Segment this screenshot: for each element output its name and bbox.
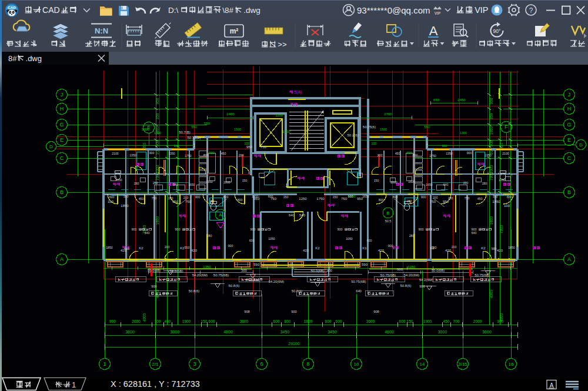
svg-text:550: 550 <box>432 246 437 249</box>
svg-text:CAD: CAD <box>8 5 16 9</box>
svg-text:A: A <box>567 256 571 262</box>
svg-text:600: 600 <box>209 319 215 323</box>
svg-text:5(A): 5(A) <box>294 90 302 95</box>
svg-text:1650: 1650 <box>362 195 369 198</box>
svg-text:3450: 3450 <box>328 330 337 334</box>
svg-text:3000: 3000 <box>171 330 180 334</box>
svg-text:100: 100 <box>244 142 249 145</box>
svg-text:50.8(6): 50.8(6) <box>189 289 199 293</box>
svg-text:150: 150 <box>333 195 338 199</box>
svg-text:900: 900 <box>388 244 393 248</box>
svg-text:550: 550 <box>492 247 497 250</box>
svg-text:N:N: N:N <box>95 26 108 35</box>
svg-text:8: 8 <box>306 361 309 367</box>
svg-text:1750: 1750 <box>185 154 192 158</box>
svg-text:750: 750 <box>185 200 192 203</box>
svg-text:280: 280 <box>207 234 212 238</box>
svg-text:K2: K2 <box>315 246 320 250</box>
svg-text:1150: 1150 <box>408 265 416 269</box>
svg-text:280: 280 <box>409 234 415 238</box>
svg-text:1300: 1300 <box>282 130 290 133</box>
svg-text:A: A <box>60 256 64 262</box>
svg-text:4900: 4900 <box>489 289 493 298</box>
svg-text:1500: 1500 <box>206 180 213 183</box>
svg-text:900: 900 <box>175 228 180 231</box>
svg-text:700: 700 <box>453 319 460 323</box>
svg-text:6: 6 <box>260 361 263 367</box>
svg-text:1150: 1150 <box>276 113 284 117</box>
svg-text:.dwg: .dwg <box>26 54 42 63</box>
svg-text:200: 200 <box>377 153 383 157</box>
svg-text:29100: 29100 <box>288 342 300 346</box>
svg-text:550: 550 <box>185 246 190 249</box>
svg-text:280: 280 <box>134 182 139 185</box>
svg-text:2400: 2400 <box>226 112 235 116</box>
svg-text:900: 900 <box>337 228 342 231</box>
svg-text:900: 900 <box>209 151 214 155</box>
svg-text:2100: 2100 <box>502 152 509 155</box>
svg-text:450: 450 <box>477 197 483 200</box>
svg-text:1050: 1050 <box>346 237 353 240</box>
svg-text:640: 640 <box>173 183 178 186</box>
svg-text:1850: 1850 <box>492 200 500 203</box>
svg-text:420: 420 <box>497 249 503 252</box>
svg-text:650: 650 <box>433 98 440 102</box>
svg-text:50.5: 50.5 <box>385 219 392 223</box>
svg-text:1050: 1050 <box>115 178 122 182</box>
svg-text:A: A <box>429 24 438 38</box>
svg-text:800: 800 <box>413 153 418 157</box>
svg-text:>>: >> <box>278 40 286 49</box>
svg-text:50.75(6): 50.75(6) <box>363 125 376 129</box>
svg-text:200: 200 <box>452 245 457 249</box>
svg-text:750: 750 <box>152 196 157 200</box>
svg-text:200: 200 <box>165 245 170 249</box>
svg-text:900: 900 <box>228 244 233 248</box>
svg-text:420: 420 <box>303 249 309 252</box>
svg-text:950: 950 <box>172 200 179 203</box>
svg-text:2000: 2000 <box>223 181 230 184</box>
svg-text:A: A <box>550 382 554 389</box>
svg-text:900: 900 <box>291 310 297 313</box>
svg-text:600: 600 <box>399 319 406 323</box>
svg-text:960: 960 <box>173 144 179 148</box>
svg-text:1500: 1500 <box>380 128 387 131</box>
svg-text:4900: 4900 <box>142 313 146 322</box>
svg-text:2000: 2000 <box>132 319 141 323</box>
svg-text:700: 700 <box>155 319 161 323</box>
svg-text:B: B <box>567 189 571 195</box>
svg-text:8#: 8# <box>8 54 17 63</box>
svg-text:600: 600 <box>397 268 403 271</box>
svg-text:900: 900 <box>406 151 412 155</box>
svg-text:3000: 3000 <box>438 330 447 334</box>
svg-text:3450: 3450 <box>280 330 290 334</box>
svg-text:.dwg: .dwg <box>243 6 260 15</box>
svg-text:?: ? <box>529 6 533 15</box>
svg-text:1: 1 <box>72 380 76 389</box>
svg-text:590: 590 <box>362 263 368 266</box>
svg-text:200: 200 <box>153 181 158 185</box>
svg-text:1050: 1050 <box>268 237 275 240</box>
svg-text:1800: 1800 <box>304 319 313 323</box>
svg-text:540: 540 <box>299 213 306 217</box>
svg-text:4900: 4900 <box>499 313 503 322</box>
svg-text:D: D <box>579 142 583 148</box>
svg-text:1650: 1650 <box>188 183 195 186</box>
svg-text:550: 550 <box>191 125 196 129</box>
svg-text:908: 908 <box>373 310 379 313</box>
svg-text:1850: 1850 <box>106 246 113 249</box>
svg-text:\8#: \8# <box>222 6 233 15</box>
svg-text:600: 600 <box>507 195 512 199</box>
svg-text:1750: 1750 <box>429 154 436 158</box>
svg-text:50.7(B): 50.7(B) <box>179 131 191 134</box>
svg-text:1350: 1350 <box>446 152 453 155</box>
svg-text:4600: 4600 <box>385 330 394 334</box>
svg-text:K1: K1 <box>362 246 367 250</box>
svg-text:800: 800 <box>379 198 384 202</box>
svg-text:1350: 1350 <box>168 152 175 155</box>
svg-text:200: 200 <box>433 196 438 199</box>
svg-text:800: 800 <box>325 319 332 323</box>
svg-text:50.0(6B): 50.0(6B) <box>148 269 161 272</box>
svg-text:H: H <box>60 106 64 112</box>
svg-text:280: 280 <box>168 196 173 200</box>
svg-text:750: 750 <box>430 200 436 203</box>
